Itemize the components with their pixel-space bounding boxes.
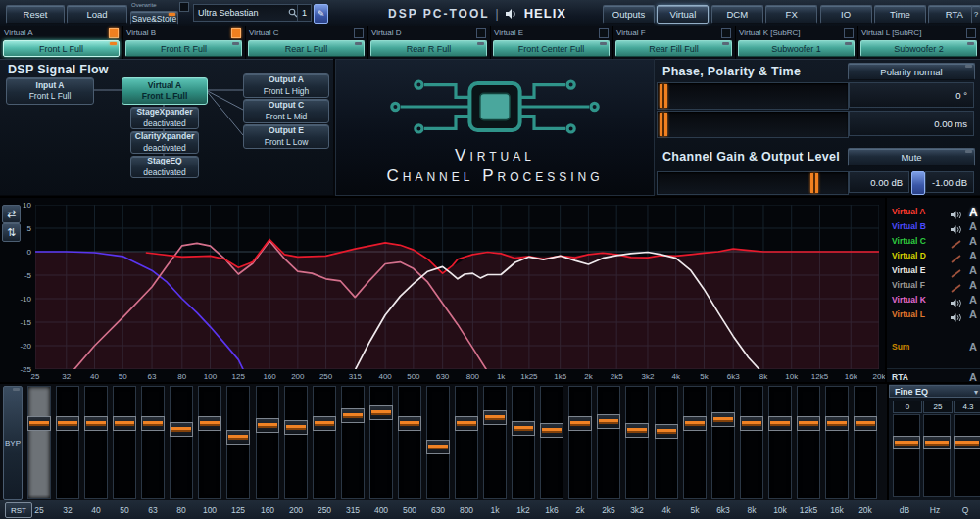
eq-band-handle-800[interactable] bbox=[455, 416, 478, 431]
eq-band-handle-2k5[interactable] bbox=[597, 414, 620, 429]
fine-eq-value-q[interactable]: 4.3 bbox=[954, 401, 980, 413]
eq-band-track-3k2[interactable] bbox=[625, 386, 649, 499]
eq-band-track-10k[interactable] bbox=[768, 386, 792, 499]
eq-band-track-80[interactable] bbox=[170, 386, 193, 499]
help-button[interactable]: ? bbox=[971, 5, 980, 24]
eq-band-handle-315[interactable] bbox=[341, 408, 365, 423]
overwrite-checkbox[interactable] bbox=[179, 2, 189, 12]
eq-band-handle-100[interactable] bbox=[198, 416, 221, 431]
delay-unit-toggle[interactable] bbox=[911, 171, 925, 195]
eq-band-handle-400[interactable] bbox=[369, 405, 393, 420]
eq-band-handle-6k3[interactable] bbox=[711, 412, 735, 427]
eq-band-handle-630[interactable] bbox=[426, 440, 450, 454]
gain-slider[interactable] bbox=[657, 171, 849, 195]
edit-icon[interactable]: ✎ bbox=[314, 4, 328, 24]
flow-node-processor-1[interactable]: StageXpanderdeactivated bbox=[130, 107, 199, 129]
eq-band-track-16k[interactable] bbox=[825, 386, 849, 499]
virtual-channel-checkbox[interactable] bbox=[721, 28, 731, 38]
channel-select-button[interactable]: Front R Full bbox=[125, 40, 242, 57]
eq-band-track-100[interactable] bbox=[198, 386, 221, 499]
flow-node-processor-2[interactable]: ClarityXpanderdeactivated bbox=[130, 131, 199, 154]
eq-band-handle-250[interactable] bbox=[313, 416, 336, 431]
eq-band-track-2k5[interactable] bbox=[597, 386, 620, 499]
speaker-icon[interactable] bbox=[950, 207, 962, 217]
fine-eq-slider-hz[interactable] bbox=[923, 414, 951, 497]
flow-node-processor-3[interactable]: StageEQdeactivated bbox=[130, 156, 199, 178]
virtual-channel-checkbox[interactable] bbox=[354, 28, 364, 38]
eq-band-track-32[interactable] bbox=[56, 386, 79, 499]
eq-band-track-160[interactable] bbox=[256, 386, 279, 499]
chevron-down-icon[interactable]: ▾ bbox=[974, 388, 978, 397]
eq-band-track-40[interactable] bbox=[84, 386, 108, 499]
flow-node-input[interactable]: Input AFront L Full bbox=[6, 77, 94, 105]
eq-band-track-1k2[interactable] bbox=[512, 386, 535, 499]
eq-band-track-2k[interactable] bbox=[568, 386, 592, 499]
eq-band-handle-20k[interactable] bbox=[854, 416, 877, 431]
eq-band-track-200[interactable] bbox=[284, 386, 308, 499]
eq-band-handle-10k[interactable] bbox=[768, 416, 792, 431]
eq-band-track-6k3[interactable] bbox=[711, 386, 735, 499]
eq-band-handle-16k[interactable] bbox=[825, 416, 849, 431]
delay-slider-handle[interactable] bbox=[660, 113, 667, 136]
flow-node-output-3[interactable]: Output EFront L Low bbox=[243, 124, 329, 149]
eq-band-handle-125[interactable] bbox=[226, 430, 250, 445]
eq-band-track-20k[interactable] bbox=[854, 386, 877, 499]
eq-band-track-4k[interactable] bbox=[655, 386, 678, 499]
flow-node-output-1[interactable]: Output AFront L High bbox=[243, 73, 329, 98]
eq-band-handle-1k6[interactable] bbox=[540, 423, 564, 438]
channel-a-button[interactable]: A bbox=[969, 206, 978, 219]
nav-button-virtual[interactable]: Virtual bbox=[657, 5, 709, 24]
nav-button-time[interactable]: Time bbox=[874, 5, 926, 24]
sum-a-button[interactable]: A bbox=[969, 341, 977, 353]
eq-band-handle-160[interactable] bbox=[256, 418, 279, 433]
nav-button-fx[interactable]: FX bbox=[765, 5, 817, 24]
eq-band-track-630[interactable] bbox=[426, 386, 450, 499]
muted-slash-icon[interactable] bbox=[950, 236, 962, 247]
fine-eq-handle[interactable] bbox=[893, 436, 920, 449]
virtual-channel-checkbox[interactable] bbox=[109, 28, 119, 38]
reset-button[interactable]: Reset bbox=[6, 5, 65, 24]
channel-a-button[interactable]: A bbox=[969, 220, 977, 232]
eq-band-track-1k[interactable] bbox=[483, 386, 507, 499]
eq-band-track-50[interactable] bbox=[113, 386, 136, 499]
muted-slash-icon[interactable] bbox=[950, 280, 962, 291]
channel-a-button[interactable]: A bbox=[969, 235, 977, 247]
speaker-icon[interactable] bbox=[950, 221, 962, 232]
delay-slider[interactable] bbox=[657, 111, 849, 138]
eq-band-track-500[interactable] bbox=[398, 386, 421, 499]
fine-eq-value-db[interactable]: 0 bbox=[893, 401, 922, 413]
muted-slash-icon[interactable] bbox=[950, 251, 962, 261]
fine-eq-handle[interactable] bbox=[954, 436, 980, 449]
eq-band-track-125[interactable] bbox=[226, 386, 250, 499]
save-store-button[interactable]: Save&Store bbox=[130, 11, 178, 25]
gain-slider-handle[interactable] bbox=[810, 173, 818, 193]
eq-band-handle-8k[interactable] bbox=[740, 416, 763, 431]
eq-bypass-button[interactable]: BYP bbox=[3, 386, 23, 500]
setup-number-field[interactable]: 1 bbox=[297, 4, 312, 22]
virtual-channel-checkbox[interactable] bbox=[599, 28, 609, 38]
eq-band-handle-2k[interactable] bbox=[568, 416, 592, 431]
setup-name-input[interactable]: Ultra Sebastian bbox=[193, 4, 303, 22]
eq-band-handle-1k2[interactable] bbox=[512, 421, 535, 436]
eq-reset-button[interactable]: RST bbox=[5, 502, 32, 518]
fine-eq-value-hz[interactable]: 25 bbox=[923, 401, 953, 413]
eq-band-track-8k[interactable] bbox=[740, 386, 763, 499]
eq-band-handle-80[interactable] bbox=[170, 422, 193, 437]
channel-select-button[interactable]: Rear L Full bbox=[248, 40, 365, 57]
channel-a-button[interactable]: A bbox=[969, 308, 977, 320]
phase-value[interactable]: 0 ° bbox=[849, 82, 974, 108]
channel-select-button[interactable]: Subwoofer 2 bbox=[860, 40, 977, 57]
mute-button[interactable]: Mute bbox=[848, 148, 975, 166]
eq-band-track-5k[interactable] bbox=[683, 386, 707, 499]
eq-band-handle-3k2[interactable] bbox=[625, 423, 649, 438]
fine-eq-header[interactable]: Fine EQ▾ bbox=[889, 385, 980, 398]
eq-band-handle-200[interactable] bbox=[284, 420, 308, 435]
eq-band-handle-12k5[interactable] bbox=[797, 416, 820, 431]
speaker-icon[interactable] bbox=[950, 295, 962, 306]
nav-button-io[interactable]: IO bbox=[820, 5, 872, 24]
channel-select-button[interactable]: Rear Fill Full bbox=[615, 40, 732, 57]
channel-select-button[interactable]: Rear R Full bbox=[370, 40, 487, 57]
flow-node-virtual[interactable]: Virtual AFront L Full bbox=[122, 77, 208, 105]
virtual-channel-checkbox[interactable] bbox=[844, 28, 854, 38]
eq-band-track-1k6[interactable] bbox=[540, 386, 564, 499]
